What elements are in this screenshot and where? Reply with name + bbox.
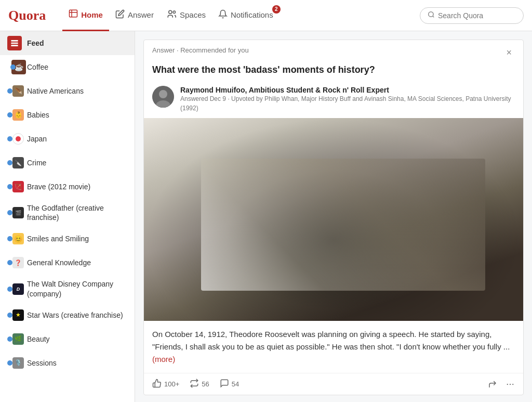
main-nav: Home Answer Spaces Notifications 2 <box>62 0 279 31</box>
card-body-text: On October 14, 1912, Theodore Roosevelt … <box>152 330 510 351</box>
author-subtitle: Answered Dec 9 · Upvoted by Philip Whan,… <box>180 94 515 113</box>
share-icon <box>190 379 199 390</box>
svg-point-5 <box>429 11 433 16</box>
nav-notifications-label: Notifications <box>231 10 273 19</box>
sidebar-item-sessions[interactable]: 🎙️ Sessions <box>0 351 135 375</box>
sidebar-item-beauty[interactable]: 🌿 Beauty <box>0 327 135 351</box>
sidebar-coffee-label: Coffee <box>27 62 127 72</box>
crime-dot <box>7 160 12 165</box>
notifications-icon <box>218 9 228 20</box>
search-icon <box>428 11 435 20</box>
comment-button[interactable]: 54 <box>220 379 239 390</box>
author-avatar <box>152 86 174 108</box>
read-more-link[interactable]: (more) <box>152 355 175 364</box>
comment-count: 54 <box>232 380 239 388</box>
japan-icon <box>12 133 24 145</box>
nav-spaces[interactable]: Spaces <box>160 0 212 31</box>
sidebar-feed-label: Feed <box>27 38 127 48</box>
logo[interactable]: Quora <box>8 8 46 23</box>
sidebar: Feed ☕ Coffee 🪶 Native Americans 👶 Babi <box>0 31 135 402</box>
svg-point-13 <box>507 384 508 385</box>
more-options-button[interactable] <box>506 380 515 389</box>
sidebar-brave-label: Brave (2012 movie) <box>27 182 127 191</box>
smiles-dot <box>7 236 12 241</box>
native-americans-dot <box>7 88 12 94</box>
card-body: On October 14, 1912, Theodore Roosevelt … <box>144 321 523 373</box>
babies-dot <box>7 112 12 118</box>
search-input[interactable] <box>438 11 516 20</box>
nav-answer-label: Answer <box>128 10 154 19</box>
answer-card: Answer · Recommended for you × What were… <box>143 40 524 395</box>
native-americans-icon: 🪶 <box>12 85 24 97</box>
author-section: Raymond Hmuifoo, Ambitious Student & Roc… <box>144 82 523 118</box>
babies-icon: 👶 <box>12 109 24 121</box>
godfather-icon: 🎬 <box>12 207 24 218</box>
brave-icon: 🏹 <box>12 181 24 192</box>
card-meta: Answer · Recommended for you <box>152 46 249 54</box>
sidebar-item-japan[interactable]: Japan <box>0 127 135 151</box>
sidebar-item-star-wars[interactable]: ★ Star Wars (creative franchise) <box>0 303 135 327</box>
japan-dot <box>7 136 12 141</box>
sidebar-item-godfather[interactable]: 🎬 The Godfather (creative franchise) <box>0 199 135 227</box>
sidebar-native-label: Native Americans <box>27 86 127 96</box>
nav-notifications[interactable]: Notifications 2 <box>212 0 280 31</box>
general-knowledge-icon: ❓ <box>12 257 24 268</box>
nav-home-label: Home <box>81 10 103 19</box>
close-button[interactable]: × <box>503 46 515 59</box>
sidebar-japan-label: Japan <box>27 134 127 144</box>
beauty-dot <box>7 336 12 342</box>
sidebar-item-brave[interactable]: 🏹 Brave (2012 movie) <box>0 175 135 199</box>
sidebar-godfather-label: The Godfather (creative franchise) <box>27 203 127 222</box>
forward-button[interactable] <box>488 380 497 389</box>
sidebar-item-smiles[interactable]: 😊 Smiles and Smiling <box>0 227 135 251</box>
sidebar-item-general-knowledge[interactable]: ❓ General Knowledge <box>0 251 135 275</box>
brave-dot <box>7 184 12 189</box>
svg-line-6 <box>433 16 434 17</box>
sidebar-item-coffee[interactable]: ☕ Coffee <box>0 55 135 79</box>
star-wars-dot <box>7 313 12 318</box>
sidebar-item-crime[interactable]: 🔪 Crime <box>0 151 135 175</box>
sidebar-item-babies[interactable]: 👶 Babies <box>0 103 135 127</box>
header: Quora Home Answer Spaces Notifications <box>0 0 532 31</box>
svg-rect-0 <box>70 10 77 17</box>
coffee-dot <box>10 64 16 70</box>
search-box[interactable] <box>420 7 524 24</box>
svg-point-11 <box>159 90 167 98</box>
upvote-button[interactable]: 100+ <box>152 379 179 390</box>
historical-photo <box>144 118 523 321</box>
secondary-actions <box>488 380 515 389</box>
sidebar-smiles-label: Smiles and Smiling <box>27 234 127 243</box>
crime-icon: 🔪 <box>12 157 24 168</box>
author-name[interactable]: Raymond Hmuifoo, Ambitious Student & Roc… <box>180 86 515 94</box>
notification-badge: 2 <box>272 5 281 14</box>
star-wars-icon: ★ <box>12 309 24 321</box>
sidebar-beauty-label: Beauty <box>27 334 127 344</box>
svg-rect-9 <box>11 45 18 46</box>
sessions-icon: 🎙️ <box>12 357 24 369</box>
upvote-count: 100+ <box>164 380 179 388</box>
svg-point-3 <box>169 10 172 14</box>
nav-home[interactable]: Home <box>62 0 109 31</box>
layout: Feed ☕ Coffee 🪶 Native Americans 👶 Babi <box>0 31 532 402</box>
main-content: Answer · Recommended for you × What were… <box>135 31 532 402</box>
feed-icon <box>7 36 22 50</box>
sidebar-item-feed[interactable]: Feed <box>0 31 135 55</box>
sidebar-star-wars-label: Star Wars (creative franchise) <box>27 310 127 320</box>
comment-icon <box>220 379 229 390</box>
beauty-icon: 🌿 <box>12 333 24 345</box>
share-button[interactable]: 56 <box>190 379 209 390</box>
sidebar-general-knowledge-label: General Knowledge <box>27 258 127 267</box>
sidebar-item-native-americans[interactable]: 🪶 Native Americans <box>0 79 135 103</box>
card-title: What were the most 'badass' moments of h… <box>144 63 523 82</box>
sidebar-item-disney[interactable]: D The Walt Disney Company (company) <box>0 275 135 303</box>
svg-point-14 <box>510 384 511 385</box>
card-image <box>144 118 523 321</box>
card-header: Answer · Recommended for you × <box>144 40 523 63</box>
general-knowledge-dot <box>7 260 12 265</box>
svg-rect-7 <box>11 40 18 42</box>
svg-point-15 <box>512 384 513 385</box>
disney-dot <box>7 287 12 292</box>
home-icon <box>69 9 78 21</box>
card-photo <box>144 118 523 321</box>
nav-answer[interactable]: Answer <box>109 0 160 31</box>
